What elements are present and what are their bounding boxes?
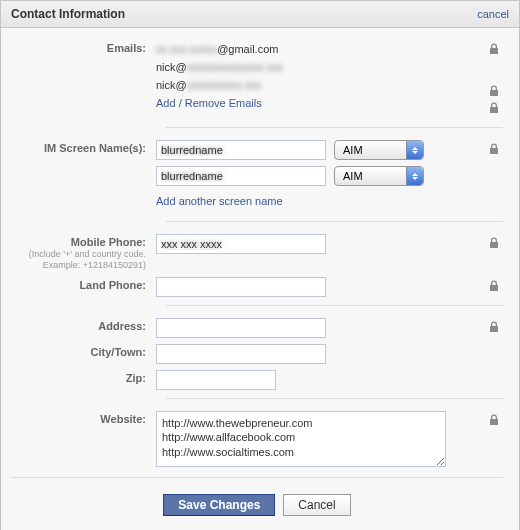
privacy-lock-icon[interactable] xyxy=(489,143,499,155)
separator xyxy=(166,221,503,222)
email-item: xx xxx xxxxx@gmail.com xyxy=(156,40,475,58)
land-phone-label: Land Phone: xyxy=(11,275,156,291)
address-input[interactable] xyxy=(156,318,326,338)
land-phone-input[interactable] xyxy=(156,277,326,297)
city-input[interactable] xyxy=(156,344,326,364)
panel-body: Emails: xx xxx xxxxx@gmail.com nick@xxxx… xyxy=(1,28,519,530)
im-provider-select[interactable]: AIM xyxy=(334,140,424,160)
address-row: Address: xyxy=(11,316,503,338)
city-row: City/Town: xyxy=(11,342,503,364)
im-provider-value: AIM xyxy=(343,170,363,182)
email-masked: xxxxxxxxxxxxxx xxx xyxy=(187,61,284,73)
privacy-lock-icon[interactable] xyxy=(489,280,499,292)
website-textarea[interactable] xyxy=(156,411,446,467)
email-prefix: nick@ xyxy=(156,79,187,91)
actions-row: Save Changes Cancel xyxy=(11,488,503,520)
privacy-lock-icon[interactable] xyxy=(489,85,499,97)
emails-lock-row-2 xyxy=(11,115,503,119)
separator xyxy=(166,127,503,128)
save-button[interactable]: Save Changes xyxy=(163,494,275,516)
email-suffix: @gmail.com xyxy=(217,43,278,55)
mobile-label: Mobile Phone: (Include '+' and country c… xyxy=(11,232,156,271)
email-item: nick@xxxxxxxxxxxxxx xxx xyxy=(156,58,475,76)
select-arrows-icon xyxy=(406,167,423,185)
zip-label: Zip: xyxy=(11,368,156,384)
website-label: Website: xyxy=(11,409,156,425)
privacy-lock-icon[interactable] xyxy=(489,102,499,114)
land-phone-row: Land Phone: xyxy=(11,275,503,297)
im-line: AIM xyxy=(156,166,475,186)
email-masked: xxxxxxxxxx xxx xyxy=(187,79,262,91)
mobile-label-text: Mobile Phone: xyxy=(71,236,146,248)
privacy-lock-icon[interactable] xyxy=(489,321,499,333)
im-field: AIM AIM Add another screen name xyxy=(156,138,503,213)
emails-field: xx xxx xxxxx@gmail.com nick@xxxxxxxxxxxx… xyxy=(156,38,503,115)
separator xyxy=(166,398,503,399)
cancel-link[interactable]: cancel xyxy=(477,8,509,20)
im-provider-select[interactable]: AIM xyxy=(334,166,424,186)
cancel-button[interactable]: Cancel xyxy=(283,494,350,516)
panel-header: Contact Information cancel xyxy=(1,1,519,28)
im-screenname-input[interactable] xyxy=(156,166,326,186)
email-prefix: nick@ xyxy=(156,61,187,73)
mobile-row: Mobile Phone: (Include '+' and country c… xyxy=(11,232,503,271)
im-line: AIM xyxy=(156,140,475,160)
panel-title: Contact Information xyxy=(11,7,125,21)
city-label: City/Town: xyxy=(11,342,156,358)
email-item: nick@xxxxxxxxxx xxx xyxy=(156,76,475,94)
privacy-lock-icon[interactable] xyxy=(489,43,499,55)
im-row: IM Screen Name(s): AIM AIM Add an xyxy=(11,138,503,213)
separator xyxy=(166,305,503,306)
separator xyxy=(11,477,503,478)
mobile-hint: (Include '+' and country code. Example: … xyxy=(11,249,146,271)
zip-input[interactable] xyxy=(156,370,276,390)
im-screenname-input[interactable] xyxy=(156,140,326,160)
address-label: Address: xyxy=(11,316,156,332)
emails-row: Emails: xx xxx xxxxx@gmail.com nick@xxxx… xyxy=(11,38,503,115)
im-provider-value: AIM xyxy=(343,144,363,156)
zip-row: Zip: xyxy=(11,368,503,390)
add-screenname-link[interactable]: Add another screen name xyxy=(156,195,283,207)
website-row: Website: xyxy=(11,409,503,469)
privacy-lock-icon[interactable] xyxy=(489,414,499,426)
select-arrows-icon xyxy=(406,141,423,159)
privacy-lock-icon[interactable] xyxy=(489,237,499,249)
add-remove-emails-link[interactable]: Add / Remove Emails xyxy=(156,97,262,109)
emails-label: Emails: xyxy=(11,38,156,54)
im-label: IM Screen Name(s): xyxy=(11,138,156,154)
contact-info-panel: Contact Information cancel Emails: xx xx… xyxy=(0,0,520,530)
email-masked: xx xxx xxxxx xyxy=(156,43,217,55)
mobile-phone-input[interactable] xyxy=(156,234,326,254)
